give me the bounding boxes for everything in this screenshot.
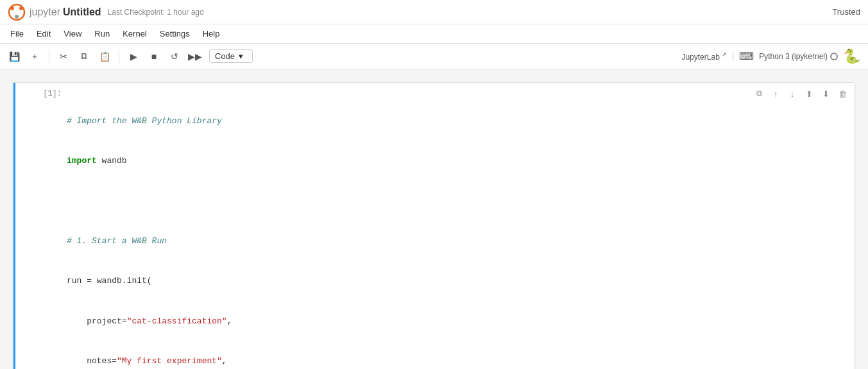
move-up-button[interactable]: ↑: [769, 87, 783, 101]
kernel-status-circle: [830, 53, 838, 60]
toolbar-separator-3: |: [732, 52, 734, 61]
keyword-import: import: [67, 156, 97, 166]
menu-kernel[interactable]: Kernel: [117, 28, 152, 40]
code-line-blank: [67, 194, 742, 208]
svg-point-2: [19, 6, 23, 10]
code-line-4: run = wandb.init(: [67, 275, 742, 288]
menu-view[interactable]: View: [58, 28, 87, 40]
code-line-3: # 1. Start a W&B Run: [67, 235, 742, 248]
string-project-val: "cat-classification": [127, 316, 227, 326]
copy-cell-button[interactable]: ⧉: [752, 87, 766, 101]
cell-type-label: Code: [215, 51, 235, 61]
external-link-icon: ↗: [722, 51, 727, 58]
chevron-down-icon: ▾: [239, 51, 243, 61]
python-logo: 🐍: [843, 48, 860, 65]
add-above-button[interactable]: ⬆: [802, 87, 816, 101]
checkpoint-text: Last Checkpoint: 1 hour ago: [108, 8, 204, 17]
cell-1-content[interactable]: # Import the W&B Python Library import w…: [67, 83, 747, 369]
code-line-2: import wandb: [67, 155, 742, 168]
delete-cell-button[interactable]: 🗑: [835, 87, 849, 101]
cell-1-prompt: [1]:: [15, 83, 67, 369]
move-down-button[interactable]: ↓: [785, 87, 799, 101]
menu-help[interactable]: Help: [198, 28, 225, 40]
menu-bar: File Edit View Run Kernel Settings Help: [0, 24, 868, 44]
cell-type-dropdown[interactable]: Code ▾: [209, 49, 253, 63]
kernel-name: Python 3 (ipykernel): [759, 52, 828, 61]
string-notes-val: "My first experiment": [117, 356, 222, 366]
add-cell-button[interactable]: +: [26, 47, 44, 65]
jupyterlab-link[interactable]: JupyterLab ↗: [681, 51, 727, 62]
paste-button[interactable]: 📋: [96, 47, 114, 65]
toolbar: 💾 + ✂ ⧉ 📋 ▶ ■ ↺ ▶▶ Code ▾ JupyterLab ↗ |…: [0, 44, 868, 69]
plain-run-init: run = wandb.init(: [67, 276, 152, 286]
comment-import: # Import the W&B Python Library: [67, 116, 222, 126]
copy-button[interactable]: ⧉: [75, 47, 93, 65]
kernel-info[interactable]: Python 3 (ipykernel): [759, 52, 838, 61]
code-line-6: notes="My first experiment",: [67, 355, 742, 368]
menu-run[interactable]: Run: [89, 28, 115, 40]
svg-point-1: [10, 6, 14, 10]
plain-notes: notes=: [67, 356, 117, 366]
plain-wandb: wandb: [97, 156, 127, 166]
cell-1-toolbar: ⧉ ↑ ↓ ⬆ ⬇ 🗑: [747, 83, 855, 369]
cell-1-prompt-text: [1]:: [43, 89, 62, 98]
jupyterlab-label: JupyterLab: [681, 53, 719, 62]
run-button[interactable]: ▶: [124, 47, 142, 65]
add-below-button[interactable]: ⬇: [819, 87, 833, 101]
jupyter-brand: jupyter: [30, 6, 60, 18]
toolbar-right: JupyterLab ↗ | ⌨ Python 3 (ipykernel) 🐍: [681, 48, 863, 65]
notebook: [1]: # Import the W&B Python Library imp…: [13, 82, 855, 369]
cut-button[interactable]: ✂: [55, 47, 72, 65]
toolbar-separator-2: [119, 50, 119, 63]
top-bar: jupyter Untitled Last Checkpoint: 1 hour…: [0, 0, 868, 24]
menu-edit[interactable]: Edit: [31, 28, 56, 40]
code-block-1[interactable]: # Import the W&B Python Library import w…: [67, 88, 742, 369]
main-content: [1]: # Import the W&B Python Library imp…: [0, 69, 868, 369]
restart-run-button[interactable]: ▶▶: [186, 47, 204, 65]
svg-point-3: [15, 15, 19, 19]
restart-button[interactable]: ↺: [166, 47, 183, 65]
kernel-icon: ⌨: [739, 50, 754, 62]
plain-project: project=: [67, 316, 127, 326]
toolbar-separator: [49, 50, 49, 63]
interrupt-button[interactable]: ■: [145, 47, 163, 65]
save-button[interactable]: 💾: [5, 47, 23, 65]
notebook-title[interactable]: Untitled: [63, 6, 101, 18]
menu-file[interactable]: File: [5, 28, 29, 40]
comment-run: # 1. Start a W&B Run: [67, 236, 167, 246]
jupyter-logo-icon: [8, 3, 26, 21]
logo-area: jupyter: [8, 3, 60, 21]
trusted-badge: Trusted: [832, 7, 860, 17]
menu-settings[interactable]: Settings: [155, 28, 195, 40]
code-cell-1: [1]: # Import the W&B Python Library imp…: [13, 83, 855, 369]
code-line-5: project="cat-classification",: [67, 315, 742, 329]
code-line-1: # Import the W&B Python Library: [67, 115, 742, 128]
